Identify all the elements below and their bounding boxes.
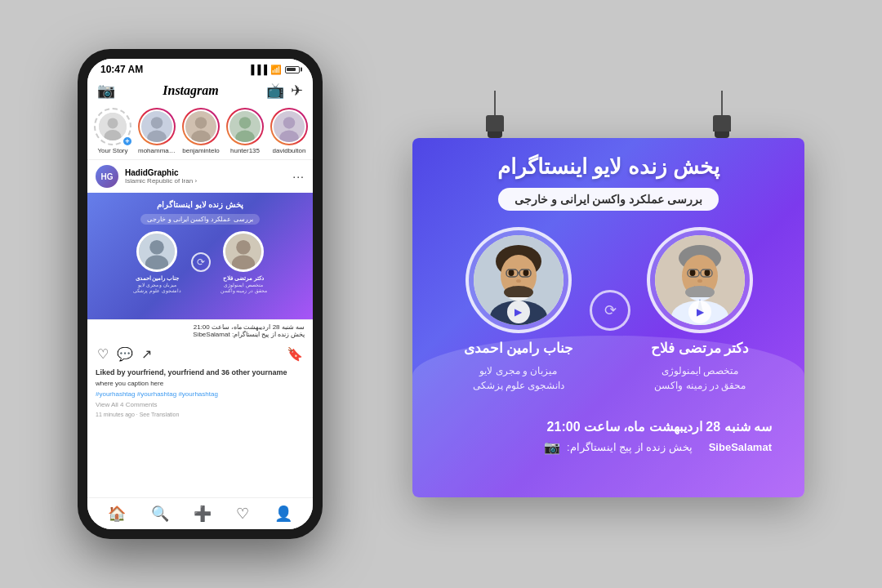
story-avatar-3 [228,109,262,144]
play-button-2[interactable]: ▶ [688,301,711,323]
status-bar: 10:47 AM ▐▐▐ 📶 [87,59,313,78]
post-speaker1-avatar [136,231,177,272]
svg-point-24 [508,270,514,276]
stories-row: + Your Story mohammad7 [87,103,313,160]
clip-right [713,91,731,138]
story-avatar-4 [272,109,306,144]
status-icons: ▐▐▐ 📶 [248,65,300,75]
battery-icon [285,66,300,74]
story-item-4[interactable]: davidbulton [270,108,308,154]
wifi-icon: 📶 [270,65,282,75]
post-comments-link[interactable]: View All 4 Comments [87,399,313,410]
poster-subtitle: بررسی عملکرد واکسن ایرانی و خارجی [514,193,702,206]
poster-footer: سه شنبه 28 اردیبهشت ماه، ساعت 21:00 Sibe… [429,409,788,465]
signal-icon: ▐▐▐ [248,65,267,74]
post-image-title: پخش زنده لایو اینستاگرام [157,199,243,211]
nav-heart-icon[interactable]: ♡ [236,505,249,523]
camera-icon[interactable]: 📷 [97,82,115,100]
post-tags: #yourhashtag #yourhashtag #yourhashtag [87,389,313,399]
poster-speaker2-ring: ▶ [647,227,753,333]
bookmark-icon[interactable]: 🔖 [287,346,303,362]
post-action-left: ♡ 💬 ↗ [97,346,152,362]
poster-speaker1-name: جناب رامین احمدی [464,340,573,357]
svg-point-10 [239,117,251,128]
poster-speaker2: ▶ دکتر مرتضی فلاح متخصص ایمنولوژی محقق د… [647,227,753,393]
story-item-1[interactable]: mohammad7 [138,108,176,154]
svg-point-19 [236,240,251,255]
your-story-label: Your Story [97,147,127,154]
svg-point-20 [232,255,255,272]
poster-exchange-icon: ⟳ [590,290,630,331]
story-label-3: hunter135 [230,147,260,154]
poster-speaker2-name: دکتر مرتضی فلاح [651,340,749,357]
poster-subtitle-box: بررسی عملکرد واکسن ایرانی و خارجی [498,188,719,211]
nav-home-icon[interactable]: 🏠 [108,505,126,523]
tv-icon[interactable]: 📺 [266,82,284,100]
rotate-icon: ⟳ [191,252,211,272]
phone-mockup: 10:47 AM ▐▐▐ 📶 📷 Instagram 📺 ✈ [78,49,323,539]
svg-point-1 [108,118,118,128]
post-speaker1-role1: میزبان و مجری لایو [133,282,180,287]
svg-point-17 [145,255,168,272]
clip-jaw-left [488,131,502,138]
ig-handle: SibeSalamat [709,441,772,453]
post-speaker1-name: جناب رامین احمدی [133,275,180,282]
poster-date: سه شنبه 28 اردیبهشت ماه، ساعت 21:00 [547,419,772,434]
nav-search-icon[interactable]: 🔍 [151,505,169,523]
poster-speakers: ▶ جناب رامین احمدی میزبان و مجری لایو دا… [429,227,788,393]
nav-add-icon[interactable]: ➕ [194,505,212,523]
story-item-2[interactable]: benjamintelo [182,108,220,154]
story-ring-3 [226,108,264,145]
poster-title: پخش زنده لایو اینستاگرام [497,154,719,180]
post-more-button[interactable]: ··· [292,170,305,183]
comment-icon[interactable]: 💬 [117,346,133,362]
story-ring-4 [270,108,308,145]
svg-point-7 [195,117,207,128]
story-ring-1 [138,108,176,145]
poster-speaker1-role: میزبان و مجری لایو دانشجوی علوم پزشکی [473,363,565,393]
post-date-text: سه شنبه 28 اردیبهشت ماه، ساعت 21:00 [96,323,305,331]
post-location: Islamic Republic of Iran › [125,177,286,185]
status-time: 10:47 AM [100,64,143,75]
clip-hangers [437,91,780,138]
post-speaker2-name: دکتر مرتضی فلاح [220,275,267,282]
story-item-your[interactable]: + Your Story [94,108,131,154]
share-icon[interactable]: ↗ [141,346,152,362]
clip-left [486,91,504,138]
post-date-info: سه شنبه 28 اردیبهشت ماه، ساعت 21:00 پخش … [87,319,313,341]
post-likes: Liked by yourfriend, yourfriend and 36 o… [87,367,313,378]
post-actions: ♡ 💬 ↗ 🔖 [87,341,313,367]
clip-jaw-right [715,131,729,138]
ig-top-bar: 📷 Instagram 📺 ✈ [87,78,313,103]
poster-wrapper: پخش زنده لایو اینستاگرام بررسی عملکرد وا… [412,91,804,497]
post-image: پخش زنده لایو اینستاگرام بررسی عملکرد وا… [87,193,313,319]
play-button-1[interactable]: ▶ [507,301,530,323]
post-speaker2-avatar [223,231,264,272]
main-scene: 10:47 AM ▐▐▐ 📶 📷 Instagram 📺 ✈ [0,0,882,588]
string-right [721,91,723,115]
post-user-info: HadidGraphic Islamic Republic of Iran › [125,168,286,185]
poster-speaker2-role: متخصص ایمنولوژی محقق در زمینه واکسن [654,363,746,393]
instagram-logo: Instagram [163,83,218,98]
post-speaker1-info: جناب رامین احمدی میزبان و مجری لایو دانش… [133,275,180,293]
nav-profile-icon[interactable]: 👤 [274,505,292,523]
post-speaker2-role2: محقق در زمینه واکسن [220,287,267,293]
post-image-subtitle: بررسی عملکرد واکسن ایرانی و خارجی [140,214,259,225]
phone-screen: 10:47 AM ▐▐▐ 📶 📷 Instagram 📺 ✈ [87,59,313,529]
post-speaker2-role1: متخصص ایمنولوژی [220,282,267,287]
svg-point-13 [283,117,295,128]
like-icon[interactable]: ♡ [97,346,109,362]
svg-point-16 [150,240,165,255]
add-story-button[interactable]: + [122,136,133,147]
string-left [494,91,496,115]
post-header: HG HadidGraphic Islamic Republic of Iran… [87,160,313,193]
story-label-2: benjamintelo [182,147,219,154]
svg-point-29 [516,279,521,283]
dm-icon[interactable]: ✈ [291,82,303,100]
poster-speaker1-ring: ▶ [466,227,572,333]
story-item-3[interactable]: hunter135 [226,108,264,154]
svg-point-41 [685,286,715,299]
ig-icon: 📷 [544,439,560,455]
story-avatar-2 [184,109,218,144]
svg-point-36 [705,270,710,276]
